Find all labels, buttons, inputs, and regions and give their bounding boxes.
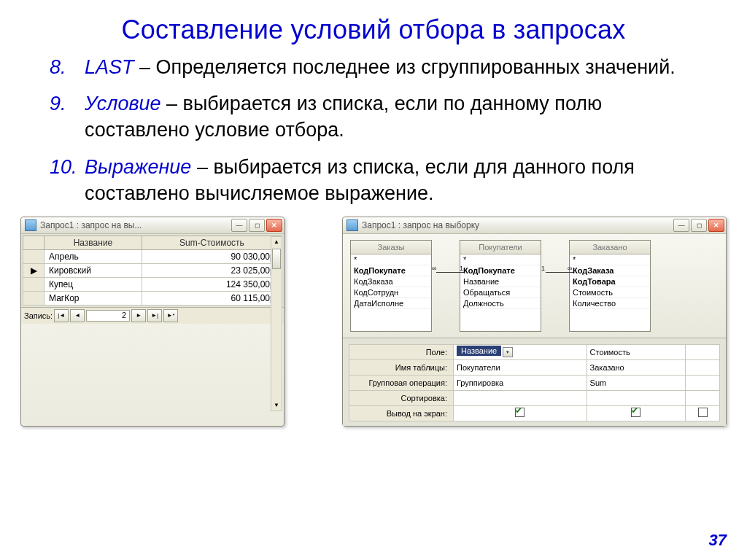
titlebar[interactable]: Запрос1 : запрос на вы... — ◻ ✕ [21,217,284,234]
show-checkbox-cell[interactable] [454,405,587,421]
grid-row-label: Поле: [349,344,454,359]
grid-row-label: Сортировка: [349,390,454,405]
bullet-10: 10. Выражение – выбирается из списка, ес… [50,154,677,206]
nav-first-button[interactable]: |◄ [54,309,69,322]
nav-prev-button[interactable]: ◄ [70,309,85,322]
table-card-header[interactable]: Покупатели [460,241,541,254]
scroll-up-icon[interactable]: ▲ [274,237,279,247]
column-header[interactable]: Sum-Стоимость [142,236,282,249]
nav-new-button[interactable]: ►* [163,309,178,322]
bullet-keyword: Условие [85,93,161,114]
cardinality-label-inf: ∞ [432,265,436,272]
bullet-number: 8. [50,54,66,80]
bullet-8: 8. LAST – Определяется последнее из сгру… [50,54,677,80]
field-cell[interactable]: Стоимость [587,344,686,359]
row-selector-header[interactable] [23,236,44,249]
titlebar[interactable]: Запрос1 : запрос на выборку — ◻ ✕ [343,217,726,234]
datasheet-window: Запрос1 : запрос на вы... — ◻ ✕ Название… [20,217,285,427]
checkbox-icon[interactable] [631,408,640,417]
maximize-button[interactable]: ◻ [249,219,265,232]
minimize-button[interactable]: — [231,219,247,232]
grid-row-label: Вывод на экран: [349,405,454,421]
record-label: Запись: [24,311,53,320]
window-title: Запрос1 : запрос на вы... [40,220,231,230]
close-button[interactable]: ✕ [708,219,724,232]
checkbox-icon[interactable] [698,408,708,417]
table-row[interactable]: Купец124 350,00р. [23,277,282,291]
nav-last-button[interactable]: ►| [147,309,162,322]
page-number: 37 [709,531,727,550]
cardinality-label-one: 1 [460,265,463,272]
relationship-line[interactable] [546,272,573,273]
vertical-scrollbar[interactable]: ▲ ▼ [271,236,282,411]
scroll-down-icon[interactable]: ▼ [274,400,279,411]
relationship-pane[interactable]: Заказы * КодПокупате КодЗаказа КодСотруд… [343,234,726,338]
bullet-number: 9. [50,90,66,117]
record-navigator: Запись: |◄ ◄ 2 ► ►| ►* [21,307,284,324]
table-card-header[interactable]: Заказано [570,241,650,254]
table-row[interactable]: ▶Кировский23 025,00р. [23,263,282,277]
scroll-thumb[interactable] [272,249,281,269]
bullet-9: 9. Условие – выбирается из списка, если … [50,90,677,143]
datasheet-grid[interactable]: Название Sum-Стоимость Апрель90 030,00р.… [23,236,282,306]
table-cell[interactable]: Покупатели [454,359,587,375]
window-icon [25,219,36,231]
window-icon [347,219,358,231]
nav-next-button[interactable]: ► [131,309,146,322]
show-checkbox-cell[interactable] [587,405,686,421]
dropdown-icon[interactable]: ▾ [503,347,513,357]
bullet-number: 10. [50,154,77,180]
cardinality-label-one: 1 [541,265,545,272]
maximize-button[interactable]: ◻ [691,219,707,232]
cardinality-label-inf: ∞ [568,265,572,272]
table-row[interactable]: МагКор60 115,00р. [23,291,282,305]
checkbox-icon[interactable] [515,408,525,417]
field-cell[interactable]: Название▾ [454,344,587,359]
groupop-cell[interactable]: Группировка [454,375,587,390]
slide-title: Составление условий отбора в запросах [20,15,727,45]
table-card-zakazy[interactable]: Заказы * КодПокупате КодЗаказа КодСотруд… [350,240,432,332]
qbe-grid[interactable]: Поле: Название▾ Стоимость Имя таблицы: П… [349,344,720,421]
table-cell[interactable]: Заказано [587,359,686,375]
window-title: Запрос1 : запрос на выборку [362,220,673,230]
relationship-line[interactable] [436,272,464,273]
table-card-zakazano[interactable]: Заказано * КодЗаказа КодТовара Стоимость… [569,240,651,332]
bullet-keyword: Выражение [85,156,197,178]
groupop-cell[interactable]: Sum [587,375,686,390]
bullet-keyword: LAST [85,56,134,78]
minimize-button[interactable]: — [673,219,689,232]
table-card-pokupateli[interactable]: Покупатели * КодПокупате Название Обраща… [460,240,541,332]
field-cell[interactable] [686,344,720,359]
bullet-text: Определяется последнее из сгруппированны… [156,56,676,78]
query-design-window: Запрос1 : запрос на выборку — ◻ ✕ Заказы… [342,217,727,427]
table-row[interactable]: Апрель90 030,00р. [23,249,282,263]
record-number-input[interactable]: 2 [86,310,130,322]
table-card-header[interactable]: Заказы [351,241,431,254]
sort-cell[interactable] [587,390,686,405]
close-button[interactable]: ✕ [266,219,282,232]
column-header[interactable]: Название [44,236,142,249]
grid-row-label: Групповая операция: [349,375,454,390]
bullet-list: 8. LAST – Определяется последнее из сгру… [50,54,677,206]
sort-cell[interactable] [454,390,587,405]
grid-row-label: Имя таблицы: [349,359,454,375]
